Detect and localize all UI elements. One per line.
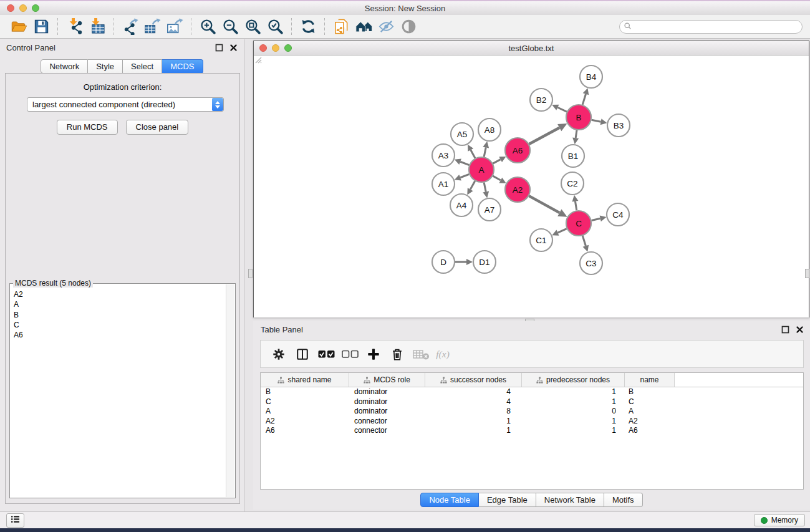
table-row[interactable]: A6connector11A6 <box>261 426 803 436</box>
select-all-checks-icon[interactable] <box>316 345 337 364</box>
graph-edge-B-B3[interactable] <box>592 120 601 122</box>
clear-checks-icon[interactable] <box>339 345 360 364</box>
graph-node-A3[interactable]: A3 <box>432 144 455 167</box>
network-window-titlebar[interactable]: testGlobe.txt <box>254 41 809 56</box>
graph-node-C4[interactable]: C4 <box>607 203 629 226</box>
search-field[interactable] <box>619 20 803 34</box>
mcds-result-list[interactable]: A2ABCA6 <box>11 284 226 497</box>
mcds-result-item[interactable]: C <box>14 320 223 330</box>
graph-node-B4[interactable]: B4 <box>580 65 602 88</box>
memory-button[interactable]: Memory <box>754 514 805 526</box>
save-session-icon[interactable] <box>30 17 52 37</box>
zoom-in-icon[interactable] <box>196 17 219 37</box>
import-table-icon[interactable] <box>85 17 108 37</box>
run-mcds-button[interactable]: Run MCDS <box>57 120 118 135</box>
graph-node-A[interactable]: A <box>469 157 494 182</box>
graph-edge-C-C1[interactable] <box>557 229 566 233</box>
float-panel-icon[interactable] <box>215 44 223 52</box>
tab-select[interactable]: Select <box>123 59 162 74</box>
graph-node-D1[interactable]: D1 <box>473 251 496 273</box>
tab-edge-table[interactable]: Edge Table <box>479 493 536 507</box>
mcds-result-item[interactable]: A <box>14 299 223 309</box>
column-header-MCDS-role[interactable]: MCDS role <box>349 373 425 387</box>
graph-edge-B-B1[interactable] <box>576 130 577 138</box>
column-header-predecessor-nodes[interactable]: predecessor nodes <box>522 373 625 387</box>
graph-node-C3[interactable]: C3 <box>580 252 602 274</box>
tab-network[interactable]: Network <box>41 59 88 74</box>
graph-edge-A-A8[interactable] <box>484 147 486 157</box>
add-icon[interactable] <box>363 345 384 364</box>
graph-edge-C-C2[interactable] <box>575 201 576 211</box>
graph-node-A7[interactable]: A7 <box>478 198 501 221</box>
zoom-selected-icon[interactable] <box>264 17 286 37</box>
export-network-icon[interactable] <box>118 17 141 37</box>
graph-node-A4[interactable]: A4 <box>450 194 473 216</box>
mcds-result-item[interactable]: A6 <box>14 330 223 340</box>
graph-node-D[interactable]: D <box>432 251 455 273</box>
network-homes-icon[interactable] <box>352 17 375 37</box>
graph-edge-A-A6[interactable] <box>493 160 501 163</box>
graph-edge-A-A4[interactable] <box>470 181 475 189</box>
tab-node-table[interactable]: Node Table <box>420 493 479 507</box>
tab-style[interactable]: Style <box>88 59 123 74</box>
criterion-select[interactable]: largest connected component (directed) <box>27 97 224 112</box>
zoom-out-icon[interactable] <box>219 17 241 37</box>
close-panel-button[interactable]: Close panel <box>126 120 189 135</box>
graph-edge-A-A1[interactable] <box>460 174 469 177</box>
graph-edge-A6-B[interactable] <box>529 128 559 144</box>
graph-node-C1[interactable]: C1 <box>530 229 552 251</box>
export-image-icon[interactable] <box>163 17 186 37</box>
graph-edge-A-A5[interactable] <box>471 150 475 158</box>
graph-node-C2[interactable]: C2 <box>561 172 584 195</box>
mcds-result-item[interactable]: B <box>14 310 223 320</box>
network-canvas[interactable]: B4B2BB3A8A5A6A3B1AC2A1A2A4A7C4CC1DD1C3 <box>254 56 809 317</box>
tab-motifs[interactable]: Motifs <box>604 493 643 507</box>
table-row[interactable]: A2connector11A2 <box>261 417 803 427</box>
table-row[interactable]: Adominator80A <box>261 407 803 417</box>
table-row[interactable]: Cdominator41C <box>261 397 803 407</box>
clone-network-icon[interactable] <box>330 17 352 37</box>
graph-node-C[interactable]: C <box>566 211 591 236</box>
graph-edge-A-A3[interactable] <box>460 162 469 165</box>
table-row[interactable]: Bdominator41B <box>261 387 803 397</box>
graph-node-B2[interactable]: B2 <box>530 89 552 111</box>
import-network-icon[interactable] <box>63 17 85 37</box>
graph-node-A5[interactable]: A5 <box>451 123 473 145</box>
close-panel-icon[interactable] <box>229 44 238 52</box>
graph-edge-B-B4[interactable] <box>582 94 586 105</box>
task-history-button[interactable] <box>6 513 24 528</box>
graph-node-A1[interactable]: A1 <box>432 173 455 195</box>
export-table-icon[interactable] <box>141 17 163 37</box>
graph-node-A8[interactable]: A8 <box>478 118 501 141</box>
resize-grip-icon[interactable] <box>254 56 262 64</box>
tab-network-table[interactable]: Network Table <box>536 493 604 507</box>
graph-edge-A2-C[interactable] <box>529 196 559 213</box>
mcds-result-item[interactable]: A2 <box>14 289 223 299</box>
graph-node-A2[interactable]: A2 <box>505 177 530 202</box>
graph-node-A6[interactable]: A6 <box>505 138 530 163</box>
close-panel-icon[interactable] <box>796 326 804 334</box>
open-session-icon[interactable] <box>7 17 30 37</box>
contrast-eye-icon[interactable] <box>397 17 420 37</box>
gear-icon[interactable] <box>268 345 289 364</box>
graph-edge-A-A2[interactable] <box>493 176 500 180</box>
graph-edge-C-C4[interactable] <box>591 218 600 220</box>
graph-edge-C-C3[interactable] <box>582 236 586 246</box>
float-panel-icon[interactable] <box>781 326 789 334</box>
splitter-handle-left[interactable] <box>248 269 253 278</box>
trash-icon[interactable] <box>387 345 408 364</box>
result-scrollbar[interactable] <box>226 284 234 497</box>
column-header-successor-nodes[interactable]: successor nodes <box>425 373 522 387</box>
graph-edge-A-A7[interactable] <box>484 183 486 192</box>
refresh-icon[interactable] <box>297 17 319 37</box>
column-header-name[interactable]: name <box>625 373 675 387</box>
split-columns-icon[interactable] <box>292 345 313 364</box>
tab-mcds[interactable]: MCDS <box>162 59 203 74</box>
graph-node-B1[interactable]: B1 <box>562 145 584 167</box>
graph-node-B3[interactable]: B3 <box>607 114 630 137</box>
hide-eye-icon[interactable] <box>375 17 397 37</box>
zoom-fit-icon[interactable] <box>241 17 264 37</box>
search-input[interactable] <box>634 22 798 32</box>
graph-node-B[interactable]: B <box>566 105 591 130</box>
column-header-shared-name[interactable]: shared name <box>261 373 349 387</box>
